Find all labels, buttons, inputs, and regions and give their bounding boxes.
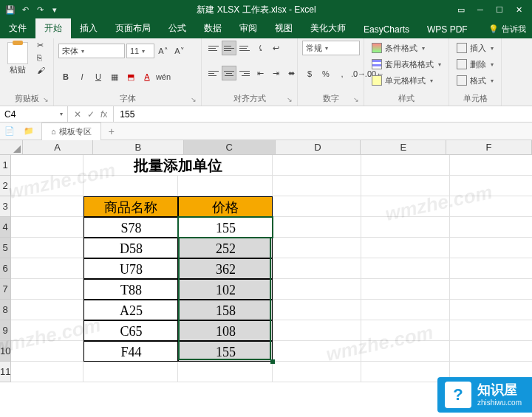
italic-button[interactable]: I	[75, 69, 89, 84]
row-header[interactable]: 7	[0, 279, 11, 300]
number-dialog-icon[interactable]: ↘	[353, 96, 359, 103]
column-header[interactable]: E	[361, 140, 446, 155]
cell[interactable]	[450, 217, 532, 238]
format-as-table-button[interactable]: 套用表格格式▾	[369, 57, 444, 72]
row-header[interactable]: 3	[0, 196, 11, 217]
align-top-icon[interactable]	[206, 41, 221, 55]
cell[interactable]	[450, 320, 532, 341]
decrease-indent-icon[interactable]: ⇤	[253, 66, 267, 80]
cell[interactable]: 155	[178, 341, 273, 362]
cell[interactable]: S78	[83, 217, 178, 238]
conditional-formatting-button[interactable]: 条件格式▾	[369, 41, 428, 55]
cell[interactable]: 155	[178, 217, 273, 238]
column-header[interactable]: C	[184, 140, 276, 155]
cell[interactable]: A25	[83, 300, 178, 320]
cell[interactable]	[11, 238, 83, 258]
cut-icon[interactable]: ✂	[37, 41, 49, 51]
percent-format-icon[interactable]: %	[318, 66, 333, 81]
row-header[interactable]: 9	[0, 320, 11, 341]
font-dialog-icon[interactable]: ↘	[191, 96, 197, 103]
cell[interactable]	[273, 341, 361, 362]
cell[interactable]	[450, 300, 532, 320]
minimize-icon[interactable]: ─	[474, 5, 486, 15]
phonetic-button[interactable]: wén	[156, 69, 171, 84]
tell-me[interactable]: 💡 告诉我	[482, 20, 532, 38]
open-folder-icon[interactable]: 📁	[19, 126, 38, 136]
cell[interactable]	[273, 258, 361, 279]
align-bottom-icon[interactable]	[237, 41, 252, 55]
comma-format-icon[interactable]: ,	[335, 66, 349, 81]
font-size-combo[interactable]: 11▾	[126, 44, 154, 58]
fill-color-button[interactable]: ⬒	[123, 69, 138, 84]
cell[interactable]	[273, 279, 361, 300]
row-header[interactable]: 8	[0, 300, 11, 320]
cell[interactable]	[361, 341, 450, 362]
tab-beautify[interactable]: 美化大师	[301, 18, 355, 38]
cell[interactable]: 108	[178, 320, 273, 341]
cell[interactable]: 252	[178, 238, 273, 258]
cell[interactable]: T88	[83, 279, 178, 300]
cell-styles-button[interactable]: 单元格样式▾	[369, 73, 436, 88]
redo-icon[interactable]: ↷	[34, 4, 46, 15]
cell[interactable]	[361, 217, 450, 238]
increase-decimal-icon[interactable]: .0→	[351, 66, 366, 81]
new-sheet-button[interactable]: +	[101, 123, 122, 140]
cell[interactable]	[273, 176, 361, 196]
formula-input[interactable]: 155	[114, 106, 532, 122]
font-color-button[interactable]: A	[140, 69, 154, 84]
insert-cells-button[interactable]: 插入▾	[454, 41, 497, 55]
cell[interactable]	[361, 196, 450, 217]
number-format-combo[interactable]: 常规▾	[302, 41, 360, 55]
column-header[interactable]: F	[446, 140, 532, 155]
row-header[interactable]: 5	[0, 238, 11, 258]
cell[interactable]	[361, 279, 450, 300]
paste-button[interactable]: 粘贴	[4, 41, 31, 77]
cell[interactable]	[273, 217, 361, 238]
cell[interactable]	[273, 155, 361, 176]
row-header[interactable]: 10	[0, 341, 11, 362]
template-tab[interactable]: ⌂模板专区	[41, 123, 101, 140]
format-painter-icon[interactable]: 🖌	[37, 66, 49, 76]
cell[interactable]: 158	[178, 300, 273, 320]
cell[interactable]	[11, 258, 83, 279]
save-icon[interactable]: 💾	[4, 4, 16, 15]
maximize-icon[interactable]: ☐	[494, 5, 505, 15]
cell[interactable]: F44	[83, 341, 178, 362]
cell[interactable]	[450, 341, 532, 362]
row-header[interactable]: 6	[0, 258, 11, 279]
wrap-text-icon[interactable]: ↩	[268, 41, 283, 55]
cell[interactable]	[361, 320, 450, 341]
cell[interactable]: 价格	[178, 196, 273, 217]
align-middle-icon[interactable]	[222, 41, 236, 55]
accounting-format-icon[interactable]: $	[302, 66, 317, 81]
clipboard-dialog-icon[interactable]: ↘	[43, 96, 49, 103]
cell[interactable]: U78	[83, 258, 178, 279]
row-header[interactable]: 11	[0, 362, 11, 382]
increase-indent-icon[interactable]: ⇥	[268, 66, 283, 80]
copy-icon[interactable]: ⎘	[37, 53, 49, 63]
font-name-combo[interactable]: 宋体▾	[58, 44, 125, 58]
cell[interactable]: 批量添加单位	[83, 155, 273, 176]
cell[interactable]	[450, 176, 532, 196]
name-box[interactable]: C4▾	[0, 106, 68, 122]
column-header[interactable]: D	[276, 140, 361, 155]
tab-data[interactable]: 数据	[195, 18, 231, 38]
ribbon-options-icon[interactable]: ▭	[455, 5, 467, 15]
cell[interactable]	[361, 238, 450, 258]
cell[interactable]	[11, 279, 83, 300]
delete-cells-button[interactable]: 删除▾	[454, 57, 497, 72]
cell[interactable]	[361, 176, 450, 196]
align-center-icon[interactable]	[222, 66, 236, 80]
merge-center-icon[interactable]: ⬌	[284, 66, 299, 80]
cancel-formula-icon[interactable]: ✕	[74, 109, 81, 120]
cell[interactable]	[450, 155, 532, 176]
tab-file[interactable]: 文件	[0, 18, 35, 38]
cell[interactable]	[178, 176, 273, 196]
fill-handle[interactable]	[270, 359, 275, 364]
cell[interactable]	[450, 238, 532, 258]
border-button[interactable]: ▦	[107, 69, 122, 84]
underline-button[interactable]: U	[91, 69, 106, 84]
tab-review[interactable]: 审阅	[231, 18, 266, 38]
cell[interactable]	[361, 258, 450, 279]
cell[interactable]	[273, 300, 361, 320]
